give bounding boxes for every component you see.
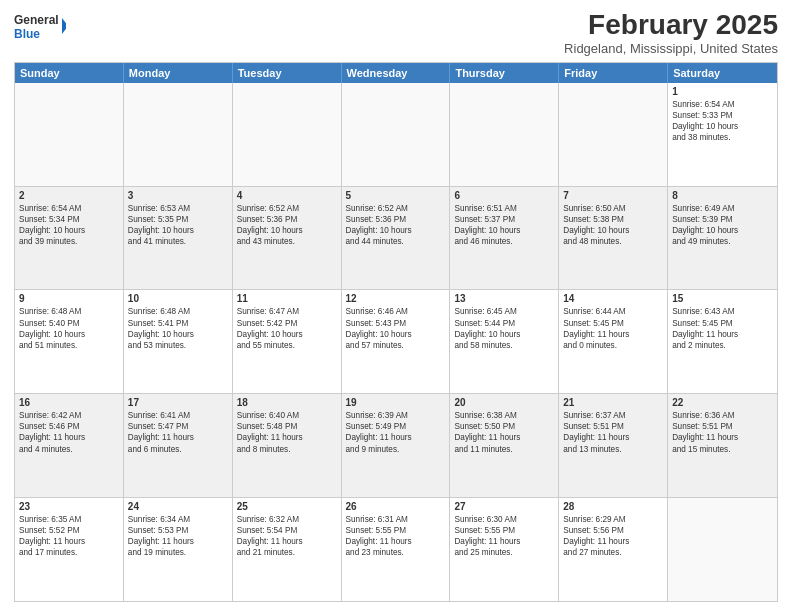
cal-cell: 10Sunrise: 6:48 AM Sunset: 5:41 PM Dayli… bbox=[124, 290, 233, 393]
cal-cell bbox=[559, 83, 668, 186]
location: Ridgeland, Mississippi, United States bbox=[564, 41, 778, 56]
day-number: 6 bbox=[454, 190, 554, 201]
day-info: Sunrise: 6:53 AM Sunset: 5:35 PM Dayligh… bbox=[128, 203, 228, 247]
day-info: Sunrise: 6:34 AM Sunset: 5:53 PM Dayligh… bbox=[128, 514, 228, 558]
day-number: 3 bbox=[128, 190, 228, 201]
header-day-saturday: Saturday bbox=[668, 63, 777, 83]
day-info: Sunrise: 6:37 AM Sunset: 5:51 PM Dayligh… bbox=[563, 410, 663, 454]
calendar-header: SundayMondayTuesdayWednesdayThursdayFrid… bbox=[15, 63, 777, 83]
day-number: 10 bbox=[128, 293, 228, 304]
svg-text:General: General bbox=[14, 13, 59, 27]
day-info: Sunrise: 6:45 AM Sunset: 5:44 PM Dayligh… bbox=[454, 306, 554, 350]
day-number: 11 bbox=[237, 293, 337, 304]
cal-cell: 17Sunrise: 6:41 AM Sunset: 5:47 PM Dayli… bbox=[124, 394, 233, 497]
cal-cell: 1Sunrise: 6:54 AM Sunset: 5:33 PM Daylig… bbox=[668, 83, 777, 186]
svg-text:Blue: Blue bbox=[14, 27, 40, 41]
day-number: 2 bbox=[19, 190, 119, 201]
day-number: 21 bbox=[563, 397, 663, 408]
cal-cell: 27Sunrise: 6:30 AM Sunset: 5:55 PM Dayli… bbox=[450, 498, 559, 601]
day-number: 9 bbox=[19, 293, 119, 304]
cal-cell: 20Sunrise: 6:38 AM Sunset: 5:50 PM Dayli… bbox=[450, 394, 559, 497]
day-number: 4 bbox=[237, 190, 337, 201]
header-day-tuesday: Tuesday bbox=[233, 63, 342, 83]
cal-cell: 11Sunrise: 6:47 AM Sunset: 5:42 PM Dayli… bbox=[233, 290, 342, 393]
cal-cell bbox=[450, 83, 559, 186]
cal-cell: 25Sunrise: 6:32 AM Sunset: 5:54 PM Dayli… bbox=[233, 498, 342, 601]
cal-row-2: 2Sunrise: 6:54 AM Sunset: 5:34 PM Daylig… bbox=[15, 187, 777, 291]
cal-cell: 12Sunrise: 6:46 AM Sunset: 5:43 PM Dayli… bbox=[342, 290, 451, 393]
cal-cell: 21Sunrise: 6:37 AM Sunset: 5:51 PM Dayli… bbox=[559, 394, 668, 497]
day-info: Sunrise: 6:44 AM Sunset: 5:45 PM Dayligh… bbox=[563, 306, 663, 350]
cal-cell: 6Sunrise: 6:51 AM Sunset: 5:37 PM Daylig… bbox=[450, 187, 559, 290]
cal-cell: 23Sunrise: 6:35 AM Sunset: 5:52 PM Dayli… bbox=[15, 498, 124, 601]
cal-cell bbox=[124, 83, 233, 186]
cal-cell: 16Sunrise: 6:42 AM Sunset: 5:46 PM Dayli… bbox=[15, 394, 124, 497]
cal-cell: 14Sunrise: 6:44 AM Sunset: 5:45 PM Dayli… bbox=[559, 290, 668, 393]
day-number: 18 bbox=[237, 397, 337, 408]
cal-cell bbox=[668, 498, 777, 601]
svg-marker-2 bbox=[62, 18, 66, 34]
page: General Blue February 2025 Ridgeland, Mi… bbox=[0, 0, 792, 612]
day-info: Sunrise: 6:49 AM Sunset: 5:39 PM Dayligh… bbox=[672, 203, 773, 247]
day-info: Sunrise: 6:54 AM Sunset: 5:34 PM Dayligh… bbox=[19, 203, 119, 247]
day-info: Sunrise: 6:32 AM Sunset: 5:54 PM Dayligh… bbox=[237, 514, 337, 558]
day-info: Sunrise: 6:54 AM Sunset: 5:33 PM Dayligh… bbox=[672, 99, 773, 143]
day-info: Sunrise: 6:43 AM Sunset: 5:45 PM Dayligh… bbox=[672, 306, 773, 350]
cal-cell: 5Sunrise: 6:52 AM Sunset: 5:36 PM Daylig… bbox=[342, 187, 451, 290]
day-number: 20 bbox=[454, 397, 554, 408]
day-info: Sunrise: 6:39 AM Sunset: 5:49 PM Dayligh… bbox=[346, 410, 446, 454]
day-number: 17 bbox=[128, 397, 228, 408]
day-info: Sunrise: 6:52 AM Sunset: 5:36 PM Dayligh… bbox=[346, 203, 446, 247]
day-number: 16 bbox=[19, 397, 119, 408]
cal-row-3: 9Sunrise: 6:48 AM Sunset: 5:40 PM Daylig… bbox=[15, 290, 777, 394]
day-info: Sunrise: 6:51 AM Sunset: 5:37 PM Dayligh… bbox=[454, 203, 554, 247]
header: General Blue February 2025 Ridgeland, Mi… bbox=[14, 10, 778, 56]
header-day-wednesday: Wednesday bbox=[342, 63, 451, 83]
day-info: Sunrise: 6:46 AM Sunset: 5:43 PM Dayligh… bbox=[346, 306, 446, 350]
header-day-monday: Monday bbox=[124, 63, 233, 83]
day-number: 26 bbox=[346, 501, 446, 512]
header-day-friday: Friday bbox=[559, 63, 668, 83]
day-info: Sunrise: 6:40 AM Sunset: 5:48 PM Dayligh… bbox=[237, 410, 337, 454]
header-day-thursday: Thursday bbox=[450, 63, 559, 83]
cal-cell: 28Sunrise: 6:29 AM Sunset: 5:56 PM Dayli… bbox=[559, 498, 668, 601]
logo: General Blue bbox=[14, 10, 66, 46]
cal-cell: 2Sunrise: 6:54 AM Sunset: 5:34 PM Daylig… bbox=[15, 187, 124, 290]
cal-cell bbox=[233, 83, 342, 186]
cal-cell: 15Sunrise: 6:43 AM Sunset: 5:45 PM Dayli… bbox=[668, 290, 777, 393]
day-info: Sunrise: 6:52 AM Sunset: 5:36 PM Dayligh… bbox=[237, 203, 337, 247]
cal-cell: 19Sunrise: 6:39 AM Sunset: 5:49 PM Dayli… bbox=[342, 394, 451, 497]
calendar-body: 1Sunrise: 6:54 AM Sunset: 5:33 PM Daylig… bbox=[15, 83, 777, 601]
day-number: 24 bbox=[128, 501, 228, 512]
day-info: Sunrise: 6:31 AM Sunset: 5:55 PM Dayligh… bbox=[346, 514, 446, 558]
day-number: 5 bbox=[346, 190, 446, 201]
day-number: 13 bbox=[454, 293, 554, 304]
day-info: Sunrise: 6:29 AM Sunset: 5:56 PM Dayligh… bbox=[563, 514, 663, 558]
cal-cell: 22Sunrise: 6:36 AM Sunset: 5:51 PM Dayli… bbox=[668, 394, 777, 497]
header-day-sunday: Sunday bbox=[15, 63, 124, 83]
day-number: 23 bbox=[19, 501, 119, 512]
day-info: Sunrise: 6:48 AM Sunset: 5:40 PM Dayligh… bbox=[19, 306, 119, 350]
cal-cell: 8Sunrise: 6:49 AM Sunset: 5:39 PM Daylig… bbox=[668, 187, 777, 290]
logo-svg: General Blue bbox=[14, 10, 66, 46]
day-info: Sunrise: 6:42 AM Sunset: 5:46 PM Dayligh… bbox=[19, 410, 119, 454]
cal-cell: 13Sunrise: 6:45 AM Sunset: 5:44 PM Dayli… bbox=[450, 290, 559, 393]
day-info: Sunrise: 6:47 AM Sunset: 5:42 PM Dayligh… bbox=[237, 306, 337, 350]
cal-cell bbox=[342, 83, 451, 186]
day-number: 15 bbox=[672, 293, 773, 304]
day-number: 1 bbox=[672, 86, 773, 97]
day-number: 12 bbox=[346, 293, 446, 304]
day-number: 7 bbox=[563, 190, 663, 201]
cal-cell: 3Sunrise: 6:53 AM Sunset: 5:35 PM Daylig… bbox=[124, 187, 233, 290]
cal-row-4: 16Sunrise: 6:42 AM Sunset: 5:46 PM Dayli… bbox=[15, 394, 777, 498]
title-block: February 2025 Ridgeland, Mississippi, Un… bbox=[564, 10, 778, 56]
cal-cell: 24Sunrise: 6:34 AM Sunset: 5:53 PM Dayli… bbox=[124, 498, 233, 601]
cal-cell: 9Sunrise: 6:48 AM Sunset: 5:40 PM Daylig… bbox=[15, 290, 124, 393]
day-number: 8 bbox=[672, 190, 773, 201]
day-info: Sunrise: 6:38 AM Sunset: 5:50 PM Dayligh… bbox=[454, 410, 554, 454]
cal-row-5: 23Sunrise: 6:35 AM Sunset: 5:52 PM Dayli… bbox=[15, 498, 777, 601]
day-number: 19 bbox=[346, 397, 446, 408]
day-info: Sunrise: 6:30 AM Sunset: 5:55 PM Dayligh… bbox=[454, 514, 554, 558]
day-number: 25 bbox=[237, 501, 337, 512]
day-number: 27 bbox=[454, 501, 554, 512]
